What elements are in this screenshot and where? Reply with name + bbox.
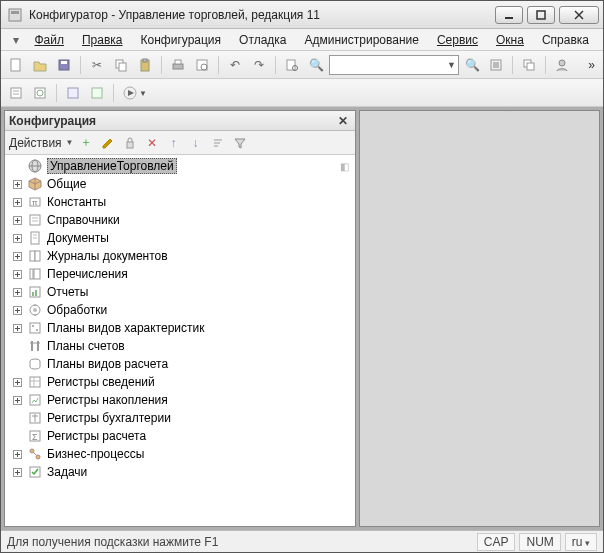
expander-plus-icon[interactable] [11, 250, 23, 262]
expander-plus-icon[interactable] [11, 178, 23, 190]
tree-node[interactable]: Перечисления [5, 265, 355, 283]
tree-node[interactable]: Задачи [5, 463, 355, 481]
tree-node[interactable]: Бизнес-процессы [5, 445, 355, 463]
copy-icon[interactable] [110, 54, 132, 76]
windows-icon[interactable] [518, 54, 540, 76]
toggle-icon[interactable] [485, 54, 507, 76]
tree-node-label: Журналы документов [47, 249, 168, 263]
close-button[interactable] [559, 6, 599, 24]
status-lang[interactable]: ru [565, 533, 597, 551]
tree-node-label: Задачи [47, 465, 87, 479]
tree-node[interactable]: Отчеты [5, 283, 355, 301]
move-up-icon[interactable]: ↑ [164, 133, 184, 153]
add-icon[interactable]: ＋ [76, 133, 96, 153]
tree-node[interactable]: Планы счетов [5, 337, 355, 355]
sort-icon[interactable] [208, 133, 228, 153]
tree-node-label: Планы видов расчета [47, 357, 168, 371]
maximize-button[interactable] [527, 6, 555, 24]
actions-menu[interactable]: Действия [9, 136, 62, 150]
tree-node[interactable]: Журналы документов [5, 247, 355, 265]
main-toolbar: ✂ ↶ ↷ 🔍 ▼ 🔍 » [1, 51, 603, 79]
undo-icon[interactable]: ↶ [224, 54, 246, 76]
expander-plus-icon[interactable] [11, 232, 23, 244]
tree-node[interactable]: Справочники [5, 211, 355, 229]
status-cap: CAP [477, 533, 516, 551]
expander-plus-icon[interactable] [11, 466, 23, 478]
menu-config[interactable]: Конфигурация [133, 31, 230, 49]
run-icon[interactable] [119, 82, 141, 104]
expander-plus-icon[interactable] [11, 376, 23, 388]
lock-icon[interactable] [120, 133, 140, 153]
tree-node[interactable]: Регистры накопления [5, 391, 355, 409]
expander-plus-icon[interactable] [11, 322, 23, 334]
expander-plus-icon[interactable] [11, 394, 23, 406]
svg-rect-69 [34, 269, 40, 279]
app-window: Конфигуратор - Управление торговлей, ред… [0, 0, 604, 553]
panel-close-button[interactable]: ✕ [335, 113, 351, 129]
expander-plus-icon[interactable] [11, 268, 23, 280]
paste-icon[interactable] [134, 54, 156, 76]
tb2-btn-2[interactable] [29, 82, 51, 104]
expander-plus-icon[interactable] [11, 304, 23, 316]
tb2-btn-4[interactable] [86, 82, 108, 104]
tree-node[interactable]: Регистры сведений [5, 373, 355, 391]
redo-icon[interactable]: ↷ [248, 54, 270, 76]
tb2-btn-1[interactable] [5, 82, 27, 104]
cut-icon[interactable]: ✂ [86, 54, 108, 76]
system-menu-icon[interactable]: ▾ [7, 29, 24, 51]
print-icon[interactable] [167, 54, 189, 76]
menu-help[interactable]: Справка [534, 31, 597, 49]
dropdown-icon[interactable]: ▼ [139, 89, 147, 98]
edit-icon[interactable] [98, 133, 118, 153]
tree-node-label: Справочники [47, 213, 120, 227]
filter-icon[interactable] [230, 133, 250, 153]
menu-windows[interactable]: Окна [488, 31, 532, 49]
open-icon[interactable] [29, 54, 51, 76]
tree-node[interactable]: Регистры бухгалтерии [5, 409, 355, 427]
search-icon[interactable]: 🔍 [305, 54, 327, 76]
secondary-toolbar: ▼ [1, 79, 603, 107]
tree-root[interactable]: УправлениеТорговлей ◧ [5, 157, 355, 175]
tree-node-label: Общие [47, 177, 86, 191]
print-preview-icon[interactable] [191, 54, 213, 76]
svg-rect-12 [143, 59, 147, 62]
expander-plus-icon[interactable] [11, 448, 23, 460]
expander-plus-icon[interactable] [11, 286, 23, 298]
new-icon[interactable] [5, 54, 27, 76]
search-combo[interactable]: ▼ [329, 55, 459, 75]
constants-icon: π [27, 194, 43, 210]
find-icon[interactable] [281, 54, 303, 76]
save-icon[interactable] [53, 54, 75, 76]
tree-node[interactable]: Документы [5, 229, 355, 247]
move-down-icon[interactable]: ↓ [186, 133, 206, 153]
search-next-icon[interactable]: 🔍 [461, 54, 483, 76]
svg-rect-74 [32, 292, 34, 296]
dropdown-icon[interactable]: ▼ [66, 138, 74, 147]
menu-service[interactable]: Сервис [429, 31, 486, 49]
tree-node[interactable]: Планы видов расчета [5, 355, 355, 373]
separator [113, 84, 114, 102]
expander-plus-icon[interactable] [11, 214, 23, 226]
tree-node[interactable]: Общие [5, 175, 355, 193]
config-tree[interactable]: УправлениеТорговлей ◧ ОбщиеπКонстантыСпр… [5, 155, 355, 526]
menu-debug[interactable]: Отладка [231, 31, 294, 49]
menu-edit[interactable]: Правка [74, 31, 131, 49]
tree-node[interactable]: ΣРегистры расчета [5, 427, 355, 445]
toolbar-overflow-icon[interactable]: » [584, 58, 599, 72]
tree-node[interactable]: πКонстанты [5, 193, 355, 211]
menu-admin[interactable]: Администрирование [297, 31, 427, 49]
tb2-btn-3[interactable] [62, 82, 84, 104]
minimize-button[interactable] [495, 6, 523, 24]
tree-node[interactable]: Обработки [5, 301, 355, 319]
status-num: NUM [519, 533, 560, 551]
expander-plus-icon[interactable] [11, 196, 23, 208]
user-icon[interactable] [551, 54, 573, 76]
tree-node[interactable]: Планы видов характеристик [5, 319, 355, 337]
bizproc-icon [27, 446, 43, 462]
svg-point-88 [36, 329, 38, 331]
delete-icon[interactable]: ✕ [142, 133, 162, 153]
pin-icon[interactable]: ◧ [340, 161, 349, 172]
svg-rect-75 [35, 290, 37, 296]
tree-node-label: Регистры сведений [47, 375, 155, 389]
menu-file[interactable]: Файл [26, 31, 72, 49]
